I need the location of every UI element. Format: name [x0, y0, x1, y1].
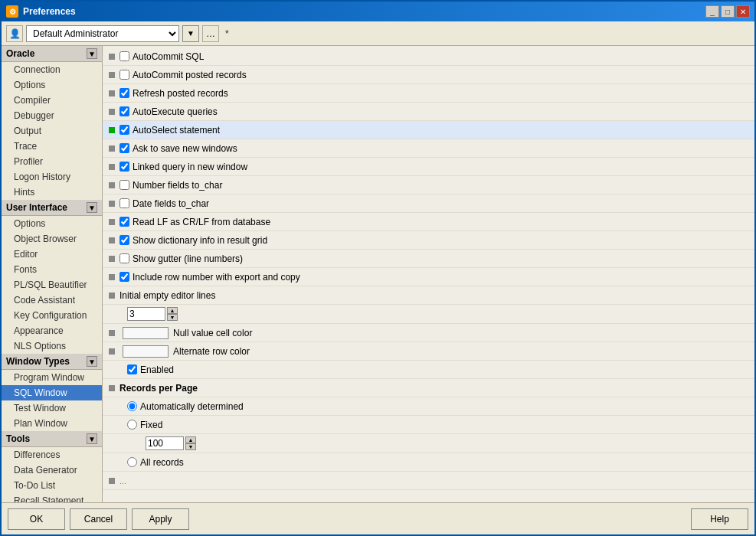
radio-all-records-label[interactable]: All records [127, 457, 184, 468]
sidebar-item-plsql-beautifier[interactable]: PL/SQL Beautifier [2, 277, 102, 293]
close-button[interactable]: ✕ [736, 5, 750, 18]
sidebar-item-profiler[interactable]: Profiler [2, 154, 102, 169]
checkbox-number-fields[interactable] [119, 180, 129, 190]
checkbox-date-fields-label[interactable]: Date fields to_char [119, 198, 209, 209]
radio-fixed-label[interactable]: Fixed [127, 420, 162, 430]
checkbox-show-dict-info-label[interactable]: Show dictionary info in result grid [119, 235, 267, 246]
sidebar-item-logon-history[interactable]: Logon History [2, 169, 102, 185]
cancel-button[interactable]: Cancel [70, 508, 127, 530]
checkbox-linked-query[interactable] [119, 162, 129, 172]
user-interface-group-toggle[interactable]: ▼ [87, 202, 97, 213]
sidebar-item-nls-options[interactable]: NLS Options [2, 338, 102, 354]
checkbox-linked-query-label[interactable]: Linked query in new window [119, 162, 247, 172]
profile-icon-button[interactable]: 👤 [6, 25, 23, 42]
tools-group-toggle[interactable]: ▼ [87, 433, 97, 444]
checkbox-autocommit-sql-label[interactable]: AutoCommit SQL [119, 51, 204, 62]
sidebar-item-connection[interactable]: Connection [2, 62, 102, 77]
checkbox-autocommit-posted[interactable] [119, 70, 129, 80]
setting-autocommit-sql: AutoCommit SQL [103, 47, 754, 66]
sidebar-item-options-oracle[interactable]: Options [2, 77, 102, 93]
sidebar-item-output[interactable]: Output [2, 123, 102, 139]
initial-lines-input[interactable] [127, 307, 165, 321]
ok-button[interactable]: OK [8, 508, 65, 530]
checkbox-ask-save-windows[interactable] [119, 143, 129, 153]
sidebar-item-debugger[interactable]: Debugger [2, 108, 102, 123]
right-panel: AutoCommit SQL AutoCommit posted records [103, 46, 754, 502]
spinner-down-lines[interactable]: ▼ [167, 314, 178, 321]
sidebar-item-fonts[interactable]: Fonts [2, 262, 102, 277]
checkbox-read-lf[interactable] [119, 217, 129, 227]
checkbox-show-gutter-label[interactable]: Show gutter (line numbers) [119, 253, 243, 264]
checkbox-autoselect-statement-label[interactable]: AutoSelect statement [119, 125, 220, 136]
setting-date-fields: Date fields to_char [103, 194, 754, 213]
sidebar-item-editor[interactable]: Editor [2, 247, 102, 262]
sidebar-group-tools[interactable]: Tools ▼ [2, 431, 102, 447]
sidebar-item-compiler[interactable]: Compiler [2, 93, 102, 108]
checkbox-refresh-posted-label[interactable]: Refresh posted records [119, 88, 228, 99]
checkbox-refresh-posted[interactable] [119, 88, 129, 98]
checkbox-show-gutter[interactable] [119, 253, 129, 263]
sidebar-item-differences[interactable]: Differences [2, 447, 102, 462]
minimize-button[interactable]: _ [705, 5, 719, 18]
maximize-button[interactable]: □ [721, 5, 735, 18]
checkbox-autocommit-posted-label[interactable]: AutoCommit posted records [119, 70, 247, 80]
sidebar-item-options-ui[interactable]: Options [2, 216, 102, 231]
spinner-up-lines[interactable]: ▲ [167, 307, 178, 314]
sidebar-item-object-browser[interactable]: Object Browser [2, 231, 102, 247]
content-area: AutoCommit SQL AutoCommit posted records [103, 46, 754, 502]
checkbox-read-lf-label[interactable]: Read LF as CR/LF from database [119, 217, 270, 227]
radio-fixed[interactable] [127, 420, 137, 430]
checkbox-include-row-number-label[interactable]: Include row number with export and copy [119, 272, 300, 283]
marker-ask-save-windows [109, 145, 115, 152]
fixed-value-input[interactable] [146, 436, 184, 450]
sidebar-item-sql-window[interactable]: SQL Window [2, 385, 102, 400]
sidebar-item-key-configuration[interactable]: Key Configuration [2, 308, 102, 323]
sidebar-item-recall-statement[interactable]: Recall Statement [2, 493, 102, 502]
radio-auto-determined[interactable] [127, 401, 137, 411]
radio-all-records[interactable] [127, 457, 137, 467]
null-value-color-box[interactable] [123, 327, 169, 339]
sidebar-item-todo-list[interactable]: To-Do List [2, 478, 102, 493]
number-fields-text: Number fields to_char [133, 180, 222, 191]
sidebar-item-trace[interactable]: Trace [2, 139, 102, 154]
sidebar-item-hints[interactable]: Hints [2, 185, 102, 200]
checkbox-include-row-number[interactable] [119, 272, 129, 282]
profile-dropdown-arrow[interactable]: ▼ [182, 25, 199, 42]
spinner-up-fixed[interactable]: ▲ [185, 436, 196, 443]
checkbox-ask-save-windows-label[interactable]: Ask to save new windows [119, 143, 237, 154]
sidebar-item-appearance[interactable]: Appearance [2, 323, 102, 338]
profile-dropdown[interactable]: Default Administrator [26, 25, 179, 42]
sidebar-group-user-interface[interactable]: User Interface ▼ [2, 200, 102, 216]
setting-autoexecute-queries: AutoExecute queries [103, 103, 754, 121]
checkbox-alternate-enabled-label[interactable]: Enabled [127, 364, 174, 375]
checkbox-autoselect-statement[interactable] [119, 125, 129, 135]
spinner-down-fixed[interactable]: ▼ [185, 443, 196, 450]
help-button[interactable]: Help [691, 508, 748, 530]
sidebar-group-window-types[interactable]: Window Types ▼ [2, 354, 102, 370]
sidebar-item-code-assistant[interactable]: Code Assistant [2, 293, 102, 308]
marker-date-fields [109, 201, 115, 207]
alternate-row-color-box[interactable] [123, 345, 169, 358]
checkbox-autocommit-sql[interactable] [119, 51, 129, 61]
checkbox-date-fields[interactable] [119, 198, 129, 208]
checkbox-autoexecute-queries-label[interactable]: AutoExecute queries [119, 106, 218, 117]
setting-initial-empty-lines-value: ▲ ▼ [103, 305, 754, 324]
sidebar-group-oracle[interactable]: Oracle ▼ [2, 46, 102, 62]
setting-alternate-row-color: Alternate row color [103, 342, 754, 361]
sidebar-item-test-window[interactable]: Test Window [2, 400, 102, 416]
radio-auto-determined-label[interactable]: Automatically determined [127, 401, 244, 412]
apply-button[interactable]: Apply [132, 508, 189, 530]
checkbox-number-fields-label[interactable]: Number fields to_char [119, 180, 222, 191]
options-button[interactable]: … [202, 25, 219, 42]
sidebar-item-program-window[interactable]: Program Window [2, 370, 102, 385]
oracle-group-toggle[interactable]: ▼ [87, 48, 97, 59]
checkbox-alternate-enabled[interactable] [127, 364, 137, 374]
checkbox-show-dict-info[interactable] [119, 235, 129, 245]
marker-null-value-color [109, 330, 115, 336]
checkbox-autoexecute-queries[interactable] [119, 106, 129, 116]
tools-group-label: Tools [6, 433, 30, 444]
sidebar-item-data-generator[interactable]: Data Generator [2, 462, 102, 478]
all-records-text: All records [140, 457, 184, 468]
sidebar-item-plan-window[interactable]: Plan Window [2, 416, 102, 431]
window-types-group-toggle[interactable]: ▼ [87, 356, 97, 367]
